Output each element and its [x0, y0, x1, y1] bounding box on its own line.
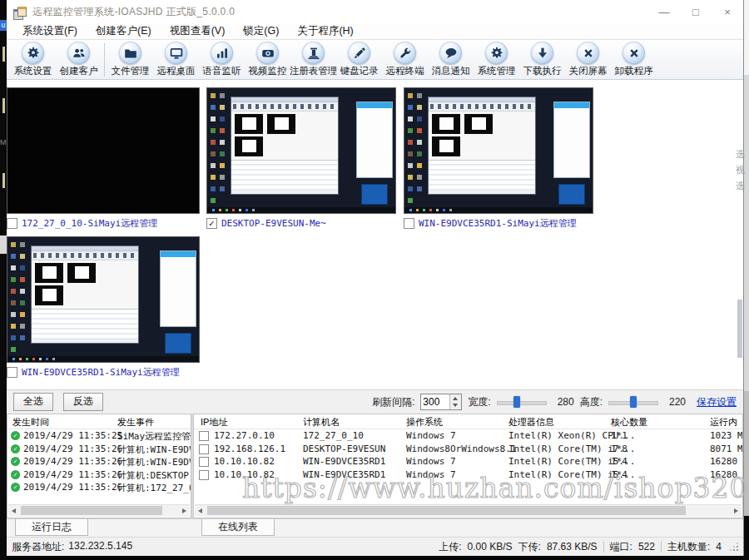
slider-thumb[interactable] [513, 396, 520, 408]
online-table-row[interactable]: 192.168.126.1 DESKTOP-E9VESUN Windows8Or… [194, 443, 742, 456]
spinner-up-icon[interactable] [450, 394, 461, 402]
row-checkbox[interactable] [199, 470, 209, 480]
refresh-interval-spinner[interactable] [420, 394, 462, 410]
remote-screen-preview[interactable] [7, 236, 200, 363]
spinner-down-icon[interactable] [450, 402, 461, 409]
resize-grip[interactable] [731, 543, 738, 551]
log-horizontal-scrollbar[interactable] [8, 504, 190, 517]
scroll-left-arrow-icon[interactable] [195, 505, 206, 517]
online-table-row[interactable]: 10.10.10.82 WIN-E9DVCE35RD1 Windows 7 In… [194, 468, 742, 482]
height-slider[interactable] [608, 396, 658, 408]
scrollbar-thumb[interactable] [21, 506, 162, 515]
camera-icon[interactable] [256, 42, 279, 64]
edge-fragment: M [0, 138, 7, 146]
audio-bars-icon[interactable] [211, 42, 233, 64]
column-header-event[interactable]: 发生事件 [117, 416, 154, 429]
download-icon[interactable] [531, 42, 553, 64]
edge-decoration [743, 75, 749, 391]
mock-taskbar [207, 207, 395, 213]
log-table-row[interactable]: ✓ 2019/4/29 11:35:26 计算机:DESKTOP-E9 [7, 468, 191, 482]
toolbar-button[interactable]: 关闭屏幕 [565, 42, 611, 77]
scroll-left-arrow-icon[interactable] [8, 505, 20, 517]
users-icon[interactable] [67, 42, 90, 64]
select-all-button[interactable]: 全选 [13, 393, 53, 411]
scrollbar-thumb[interactable] [207, 506, 686, 515]
log-table-row[interactable]: ✓ 2019/4/29 11:35:26 计算机:WIN-E9DVCE [7, 455, 191, 468]
mock-thumb [67, 263, 96, 283]
remote-screen-thumbnail[interactable]: ✓ DESKTOP-E9VESUN-Me~ [206, 87, 396, 231]
save-settings-link[interactable]: 保存设置 [697, 395, 737, 409]
minimize-button[interactable]: — [648, 0, 680, 23]
gear-icon[interactable] [22, 42, 44, 64]
thumbnail-label: WIN-E9DVCE35RD1-SiMayi远程管理 [22, 366, 180, 379]
row-checkbox[interactable] [199, 444, 209, 454]
remote-screen-thumbnail[interactable]: 172_27_0_10-SiMayi远程管理 [7, 87, 200, 231]
thumbnail-checkbox[interactable] [404, 218, 414, 229]
uninstall-x-icon[interactable] [623, 42, 645, 64]
column-header-ram[interactable]: 运行内 [710, 416, 737, 429]
toolbar-button[interactable]: 系统管理 [474, 42, 519, 77]
column-header-computer-name[interactable]: 计算机名 [303, 416, 340, 429]
row-checkbox[interactable] [199, 431, 209, 441]
mock-window-art [231, 97, 339, 195]
remote-screen-thumbnail[interactable]: WIN-E9DVCE35RD1-SiMayi远程管理 [7, 236, 200, 380]
mock-thumb [35, 285, 63, 305]
toolbar-button[interactable]: 下载执行 [519, 42, 565, 77]
title-bar[interactable]: 远程监控管理系统-IOASJHD 正式版_5.0.0.0 — □ × [7, 0, 743, 23]
column-header-cpu[interactable]: 处理器信息 [508, 416, 554, 429]
thumbnail-checkbox[interactable]: ✓ [206, 218, 217, 229]
online-horizontal-scrollbar[interactable] [195, 504, 742, 517]
remote-screen-preview[interactable] [206, 87, 396, 214]
toolbar-button[interactable]: 视频监控 [245, 42, 290, 77]
column-header-os[interactable]: 操作系统 [406, 416, 443, 429]
column-header-ip[interactable]: IP地址 [201, 416, 227, 429]
width-slider[interactable] [497, 396, 547, 408]
toolbar-button[interactable]: 消息通知 [428, 42, 474, 77]
toolbar-button[interactable]: 创建客户 [56, 42, 102, 77]
toolbar-button[interactable]: 语音监听 [199, 42, 245, 77]
toolbar-button[interactable]: 远程终端 [382, 42, 428, 77]
wrench-icon[interactable] [394, 42, 416, 64]
close-x-icon[interactable] [577, 42, 599, 64]
remote-screen-thumbnail[interactable]: WIN-E9DVCE35RD1-SiMayi远程管理 [404, 87, 593, 231]
registry-icon[interactable] [302, 42, 325, 64]
gear-icon[interactable] [485, 42, 508, 64]
refresh-interval-input[interactable] [421, 394, 449, 409]
menu-item-2[interactable]: 创建客户(E) [87, 23, 161, 39]
row-checkbox[interactable] [199, 457, 209, 467]
toolbar-button[interactable]: 远程桌面 [153, 42, 199, 77]
online-table-row[interactable]: 10.10.10.82 WIN-E9DVCE35RD1 Windows 7 In… [194, 455, 742, 468]
maximize-button[interactable]: □ [680, 0, 712, 23]
column-header-time[interactable]: 发生时间 [12, 416, 49, 429]
pencil-icon[interactable] [348, 42, 370, 64]
tab-run-log[interactable]: 运行日志 [15, 519, 88, 536]
menu-item-4[interactable]: 锁定(G) [234, 23, 288, 39]
toolbar-button[interactable]: 键盘记录 [336, 42, 382, 77]
close-button[interactable]: × [712, 0, 743, 23]
menu-item-5[interactable]: 关于程序(H) [288, 23, 362, 39]
menu-item-3[interactable]: 视图查看(V) [161, 23, 235, 39]
toolbar-button[interactable]: 卸载程序 [611, 42, 657, 77]
log-table-row[interactable]: ✓ 2019/4/29 11:35:26 计算机:WIN-E9DVCE [7, 443, 191, 456]
remote-screen-preview[interactable] [7, 87, 200, 214]
scroll-right-arrow-icon[interactable] [730, 505, 742, 517]
column-header-cores[interactable]: 核心数量 [611, 416, 647, 429]
toolbar-button[interactable]: 系统设置 [10, 42, 56, 77]
toolbar-button[interactable]: 注册表管理 [290, 42, 336, 77]
toolbar-button[interactable]: 文件管理 [107, 42, 153, 77]
invert-selection-button[interactable]: 反选 [63, 393, 103, 411]
log-table-row[interactable]: ✓ 2019/4/29 11:35:26 计算机:172_27_0_1 [7, 481, 191, 494]
scroll-right-arrow-icon[interactable] [178, 505, 190, 517]
log-table-row[interactable]: ✓ 2019/4/29 11:35:25 SiMay远程监控管理 [7, 429, 191, 443]
thumbnail-checkbox[interactable] [7, 218, 17, 229]
slider-thumb[interactable] [630, 396, 637, 408]
remote-screen-preview[interactable] [404, 87, 593, 214]
online-table-row[interactable]: 172.27.0.10 172_27_0_10 Windows 7 Intel(… [194, 429, 742, 443]
message-icon[interactable] [439, 42, 462, 64]
folder-icon[interactable] [119, 42, 141, 64]
tab-online-list[interactable]: 在线列表 [201, 519, 275, 536]
monitor-icon[interactable] [165, 42, 187, 64]
menu-item-1[interactable]: 系统设置(F) [13, 23, 87, 39]
computer-name-cell: DESKTOP-E9VESUN [303, 444, 385, 454]
thumbnail-checkbox[interactable] [7, 367, 17, 378]
